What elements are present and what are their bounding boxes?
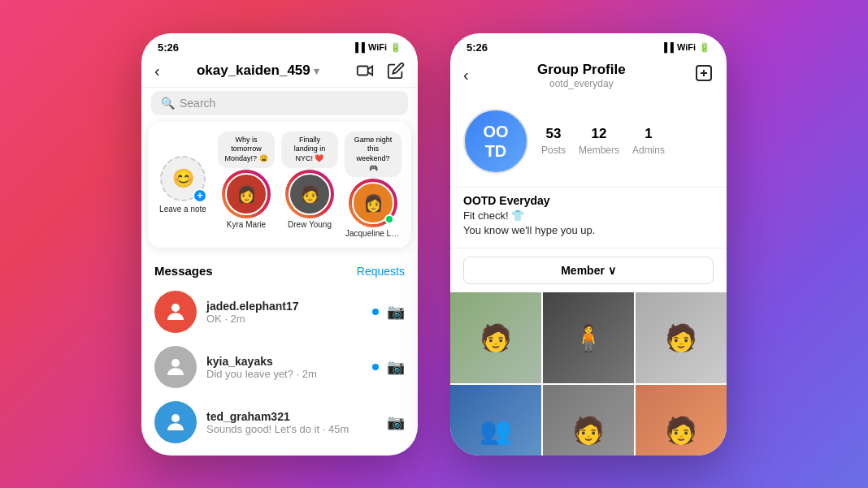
group-name: OOTD Everyday (463, 194, 714, 207)
photo-grid: 🧑 🧍 🧑 👥 🧑 🧑 (450, 292, 727, 456)
search-bar[interactable]: 🔍 Search (151, 91, 408, 115)
stat-admins-label: Admins (632, 145, 665, 156)
message-actions-2: 📷 (372, 358, 405, 376)
msg-preview-2: Did you leave yet? · 2m (206, 368, 362, 380)
add-plus-icon: + (193, 188, 207, 203)
photo-cell-3[interactable]: 🧑 (636, 292, 727, 383)
back-button-left[interactable]: ‹ (154, 62, 160, 80)
nav-title-left[interactable]: okay_kaiden_459 ▾ (197, 63, 319, 79)
leave-note-label: Leave a note (159, 205, 206, 214)
right-phone: 5:26 ▐▐ WiFi 🔋 ‹ Group Profile ootd_ever… (450, 33, 727, 456)
status-icons-right: ▐▐ WiFi 🔋 (661, 42, 710, 53)
nav-icons-left (356, 62, 405, 80)
story-kyra-marie[interactable]: Why is tomorrowMonday!? 😩 👩 Kyra Marie (218, 132, 275, 229)
camera-icon-3[interactable]: 📷 (387, 413, 405, 431)
kyra-avatar: 👩 (225, 173, 267, 215)
stories-row: 😊 + Leave a note Why is tomorrowMonday!?… (154, 132, 405, 239)
group-nav: ‹ Group Profile ootd_everyday (450, 58, 727, 96)
status-icons-left: ▐▐ WiFi 🔋 (352, 42, 401, 53)
bio-line2: You know we'll hype you up. (463, 224, 595, 236)
kyra-label: Kyra Marie (227, 220, 266, 229)
unread-dot-2 (372, 364, 379, 370)
video-icon[interactable] (356, 62, 374, 80)
drew-label: Drew Young (288, 220, 332, 229)
stat-posts: 53 Posts (541, 126, 566, 157)
messages-header: Messages Requests (141, 254, 418, 284)
group-nav-title: Group Profile (537, 62, 626, 78)
msg-preview-1: OK · 2m (206, 313, 362, 325)
stat-admins-number: 1 (632, 126, 665, 142)
photo-cell-4[interactable]: 👥 (450, 385, 541, 456)
message-avatar-1 (154, 291, 197, 333)
time-left: 5:26 (158, 41, 179, 54)
photo-cell-1[interactable]: 🧑 (450, 292, 541, 383)
group-nav-center: Group Profile ootd_everyday (537, 62, 626, 89)
status-bar-right: 5:26 ▐▐ WiFi 🔋 (450, 33, 727, 58)
nav-bar-left: ‹ okay_kaiden_459 ▾ (141, 58, 418, 88)
story-jacqueline-lam[interactable]: Game night thisweekend? 🎮 👩 Jacqueline L… (345, 132, 401, 239)
search-placeholder: Search (180, 97, 215, 110)
message-avatar-2 (154, 346, 197, 388)
edit-icon[interactable] (387, 62, 405, 80)
stat-posts-number: 53 (541, 126, 566, 142)
camera-icon-2[interactable]: 📷 (387, 358, 405, 376)
svg-point-2 (171, 359, 180, 367)
camera-icon-1[interactable]: 📷 (387, 303, 405, 321)
jacqueline-note: Game night thisweekend? 🎮 (345, 132, 401, 178)
group-avatar: OOTD (463, 109, 528, 174)
svg-point-3 (171, 414, 180, 422)
photo-cell-5[interactable]: 🧑 (543, 385, 634, 456)
story-leave-note[interactable]: 😊 + Leave a note (154, 132, 211, 214)
message-actions-3: 📷 (387, 413, 405, 431)
search-icon: 🔍 (161, 97, 175, 110)
drew-avatar: 🧑 (289, 173, 331, 215)
svg-rect-0 (358, 67, 368, 76)
message-content-1: jaded.elephant17 OK · 2m (206, 300, 362, 325)
stat-posts-label: Posts (541, 145, 566, 156)
unread-dot-1 (372, 309, 379, 315)
messages-title: Messages (154, 264, 213, 278)
stat-members-number: 12 (579, 126, 619, 142)
stat-members-label: Members (579, 145, 619, 156)
stat-admins: 1 Admins (632, 126, 665, 157)
group-profile-section: OOTD 53 Posts 12 Members 1 Admins (450, 96, 727, 188)
group-nav-subtitle: ootd_everyday (537, 78, 626, 89)
message-item-1[interactable]: jaded.elephant17 OK · 2m 📷 (141, 284, 418, 339)
jacqueline-label: Jacqueline Lam (345, 229, 401, 238)
message-actions-1: 📷 (372, 303, 405, 321)
message-avatar-3 (154, 401, 197, 443)
msg-preview-3: Sounds good! Let's do it · 45m (206, 423, 377, 435)
photo-cell-2[interactable]: 🧍 (543, 292, 634, 383)
stories-section: 😊 + Leave a note Why is tomorrowMonday!?… (148, 122, 411, 248)
photo-cell-6[interactable]: 🧑 (636, 385, 727, 456)
msg-username-3: ted_graham321 (206, 410, 377, 423)
add-group-icon[interactable] (694, 63, 714, 88)
member-button[interactable]: Member ∨ (463, 257, 714, 284)
msg-username-2: kyia_kayaks (206, 355, 362, 368)
msg-username-1: jaded.elephant17 (206, 300, 362, 313)
requests-link[interactable]: Requests (357, 265, 405, 278)
message-content-2: kyia_kayaks Did you leave yet? · 2m (206, 355, 362, 380)
group-info: OOTD Everyday Fit check! 👕 You know we'l… (450, 188, 727, 248)
kyra-note: Why is tomorrowMonday!? 😩 (218, 132, 275, 168)
back-button-right[interactable]: ‹ (463, 66, 469, 84)
stat-members: 12 Members (579, 126, 619, 157)
group-bio: Fit check! 👕 You know we'll hype you up. (463, 209, 714, 238)
drew-note: Finally landing inNYC! ❤️ (281, 132, 338, 168)
status-bar-left: 5:26 ▐▐ WiFi 🔋 (141, 33, 418, 58)
message-item-3[interactable]: ted_graham321 Sounds good! Let's do it ·… (141, 395, 418, 450)
bio-line1: Fit check! 👕 (463, 209, 524, 222)
left-phone: 5:26 ▐▐ WiFi 🔋 ‹ okay_kaiden_459 ▾ (141, 33, 418, 456)
message-content-3: ted_graham321 Sounds good! Let's do it ·… (206, 410, 377, 435)
svg-point-1 (171, 304, 180, 312)
message-item-2[interactable]: kyia_kayaks Did you leave yet? · 2m 📷 (141, 339, 418, 395)
dropdown-icon: ▾ (314, 65, 319, 77)
online-indicator (384, 214, 394, 224)
time-right: 5:26 (467, 41, 488, 54)
group-stats: 53 Posts 12 Members 1 Admins (541, 126, 665, 157)
story-drew-young[interactable]: Finally landing inNYC! ❤️ 🧑 Drew Young (281, 132, 338, 229)
